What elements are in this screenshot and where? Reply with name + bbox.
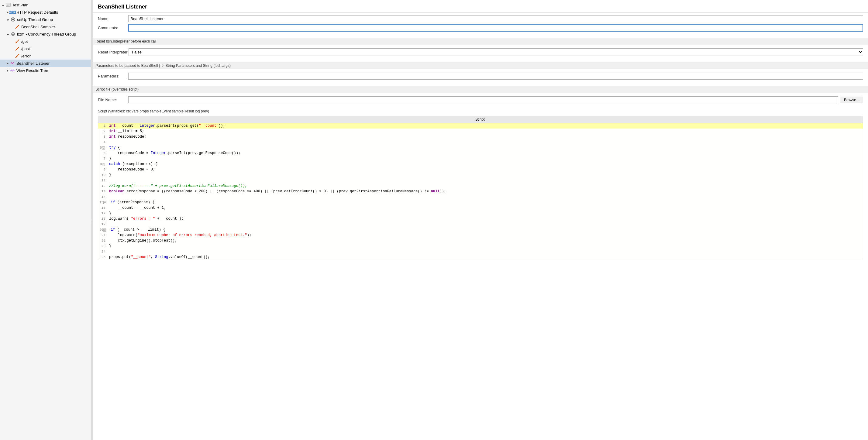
- svg-point-7: [16, 27, 17, 28]
- svg-point-5: [12, 19, 14, 20]
- sidebar-label-setup-thread-group: setUp Thread Group: [17, 17, 53, 22]
- expand-triangle-setup-thread-group[interactable]: [7, 17, 10, 22]
- line-content-2: int __limit = 5;: [108, 129, 863, 134]
- filename-row: File Name: Browse...: [98, 96, 863, 103]
- line-number-11: 11: [98, 178, 108, 183]
- sidebar: Test PlanHTTPHTTP Request DefaultssetUp …: [0, 0, 91, 440]
- code-line-16: 16 __count = __count + 1;: [98, 205, 863, 211]
- line-number-3: 3: [98, 134, 108, 139]
- icon-threadgroup: [10, 17, 16, 22]
- script-editor[interactable]: 1int __count = Integer.parseInt(props.ge…: [98, 123, 863, 260]
- code-line-5: 5⊟try {: [98, 145, 863, 150]
- code-line-6: 6 responseCode = Integer.parseInt(prev.g…: [98, 150, 863, 156]
- line-number-22: 22: [98, 238, 108, 243]
- sidebar-item-beanshell-sampler[interactable]: BeanShell Sampler: [0, 23, 91, 30]
- line-number-24: 24: [98, 249, 108, 254]
- code-line-10: 10}: [98, 172, 863, 178]
- icon-http: HTTP: [10, 9, 15, 15]
- sidebar-item-get[interactable]: /get: [0, 38, 91, 45]
- name-label: Name:: [98, 17, 128, 21]
- line-number-5: 5⊟: [98, 145, 108, 150]
- expand-triangle-bzm-thread-group[interactable]: [7, 32, 10, 36]
- line-content-21: log.warn("maximum number of errors reach…: [108, 232, 863, 238]
- sidebar-item-test-plan[interactable]: Test Plan: [0, 1, 91, 8]
- icon-testplan: [5, 2, 11, 8]
- comments-input[interactable]: [128, 24, 863, 32]
- filename-input[interactable]: [128, 96, 838, 103]
- line-number-19: 19: [98, 222, 108, 227]
- reset-row: Reset Interpreter: False True: [98, 48, 863, 56]
- sidebar-item-beanshell-listener[interactable]: BeanShell Listener: [0, 60, 91, 67]
- expand-triangle-test-plan[interactable]: [2, 3, 5, 7]
- name-input[interactable]: [128, 15, 863, 22]
- expand-triangle-beanshell-listener[interactable]: [7, 61, 9, 66]
- browse-button[interactable]: Browse...: [840, 97, 863, 103]
- expand-triangle-error[interactable]: [11, 54, 14, 58]
- code-line-24: 24: [98, 249, 863, 254]
- icon-listener-tree: [10, 68, 15, 73]
- line-number-14: 14: [98, 194, 108, 200]
- script-container: Script: 1int __count = Integer.parseInt(…: [98, 116, 863, 260]
- line-number-25: 25: [98, 254, 108, 260]
- collapse-box-15[interactable]: ⊟: [103, 201, 106, 204]
- expand-triangle-view-results-tree[interactable]: [7, 68, 9, 73]
- collapse-box-5[interactable]: ⊟: [102, 147, 105, 150]
- expand-triangle-beanshell-sampler[interactable]: [11, 25, 14, 29]
- sidebar-item-post[interactable]: /post: [0, 45, 91, 52]
- line-content-25: props.put("__count", String.valueOf(__co…: [108, 254, 863, 260]
- line-content-18: log.warn( "errors = " + __count );: [108, 216, 863, 222]
- params-section: Parameters:: [93, 70, 868, 84]
- line-number-1: 1: [98, 123, 108, 129]
- code-line-1: 1int __count = Integer.parseInt(props.ge…: [98, 123, 863, 129]
- name-section: Name: Comments:: [93, 13, 868, 36]
- icon-concthread: [10, 31, 16, 37]
- params-section-header: Parameters to be passed to BeanShell (=>…: [93, 62, 868, 69]
- line-content-5: try {: [108, 145, 863, 150]
- line-number-23: 23: [98, 243, 108, 249]
- scriptfile-section-header: Script file (overrides script): [93, 86, 868, 93]
- code-line-19: 19: [98, 222, 863, 227]
- script-section-label: Script (variables: ctx vars props sample…: [98, 109, 209, 113]
- params-row: Parameters:: [98, 73, 863, 80]
- code-line-2: 2int __limit = 5;: [98, 129, 863, 134]
- svg-point-14: [16, 49, 17, 50]
- line-number-20: 20⊟: [98, 227, 110, 232]
- line-content-8: catch (exception ex) {: [108, 161, 863, 167]
- reset-select[interactable]: False True: [129, 48, 863, 56]
- collapse-box-8[interactable]: ⊟: [102, 163, 105, 166]
- line-content-10: }: [108, 172, 863, 178]
- panel-title: BeanShell Listener: [93, 0, 868, 13]
- sidebar-item-setup-thread-group[interactable]: setUp Thread Group: [0, 16, 91, 23]
- collapse-box-20[interactable]: ⊟: [103, 228, 106, 231]
- code-line-22: 22 ctx.getEngine().stopTest();: [98, 238, 863, 243]
- line-number-7: 7: [98, 156, 108, 161]
- line-number-16: 16: [98, 205, 108, 211]
- params-input[interactable]: [128, 73, 863, 80]
- expand-triangle-post[interactable]: [11, 46, 14, 51]
- svg-point-12: [16, 42, 17, 43]
- sidebar-item-http-defaults[interactable]: HTTPHTTP Request Defaults: [0, 8, 91, 16]
- main-panel: BeanShell Listener Name: Comments: Reset…: [93, 0, 868, 440]
- script-header: Script:: [98, 116, 863, 123]
- code-line-12: 12//log.warn("-------" + prev.getFirstAs…: [98, 183, 863, 189]
- code-line-17: 17}: [98, 211, 863, 216]
- code-line-3: 3int responseCode;: [98, 134, 863, 139]
- sidebar-item-view-results-tree[interactable]: View Results Tree: [0, 67, 91, 74]
- reset-label: Reset Interpreter:: [98, 50, 129, 54]
- sidebar-item-error[interactable]: /error: [0, 52, 91, 60]
- icon-sampler: [14, 53, 20, 59]
- code-line-25: 25props.put("__count", String.valueOf(__…: [98, 254, 863, 260]
- line-number-10: 10: [98, 172, 108, 178]
- line-content-15: if (errorResponse) {: [110, 200, 863, 205]
- code-line-14: 14: [98, 194, 863, 200]
- sidebar-label-test-plan: Test Plan: [12, 3, 28, 7]
- line-number-15: 15⊟: [98, 200, 110, 205]
- reset-section-header: Reset bsh.Interpreter before each call: [93, 38, 868, 45]
- sidebar-label-beanshell-sampler: BeanShell Sampler: [21, 25, 55, 29]
- line-content-12: //log.warn("-------" + prev.getFirstAsse…: [108, 183, 863, 189]
- code-line-13: 13boolean errorResponse = ((responseCode…: [98, 189, 863, 194]
- sidebar-item-bzm-thread-group[interactable]: bzm - Concurrency Thread Group: [0, 30, 91, 38]
- expand-triangle-get[interactable]: [11, 39, 14, 44]
- svg-point-10: [13, 33, 14, 34]
- code-line-15: 15⊟if (errorResponse) {: [98, 200, 863, 205]
